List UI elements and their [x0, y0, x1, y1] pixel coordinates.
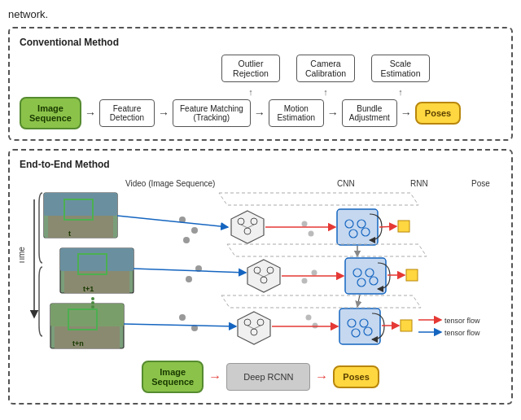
- legend-tensor-flow: tensor flow: [444, 317, 480, 325]
- poses-box-conv: Poses: [415, 102, 461, 125]
- e2e-bottom-flow: ImageSequence → Deep RCNN → Poses: [20, 361, 501, 393]
- feat-dot-2: [191, 227, 198, 234]
- plane-bot: [221, 295, 421, 308]
- cnn-label: CNN: [337, 179, 355, 188]
- rnn-vert-t1-tn: [357, 295, 360, 307]
- rnn-label: RNN: [410, 179, 428, 188]
- frame-t1-label: t+1: [83, 285, 94, 293]
- image-sequence-box: ImageSequence: [20, 97, 81, 129]
- dot1: [91, 297, 94, 300]
- arrow-to-scale: ↑: [371, 87, 430, 97]
- red-arrow-bottom1: →: [208, 370, 221, 384]
- cnn-t: [231, 211, 264, 243]
- arrow-to-outlier: ↑: [221, 87, 280, 97]
- intro-text: network.: [8, 8, 513, 20]
- pose-label: Pose: [471, 179, 490, 188]
- svg-marker-20: [247, 260, 280, 292]
- brace-top: [39, 193, 42, 263]
- feature-matching-box: Feature Matching(Tracking): [173, 99, 251, 127]
- cnn-tn: [238, 312, 270, 344]
- feature-detection-box: FeatureDetection: [99, 99, 155, 127]
- feat-dot-r4: [302, 278, 308, 284]
- feat-dot-r6: [313, 323, 318, 329]
- top-boxes-row: OutlierRejection CameraCalibration Scale…: [150, 55, 501, 82]
- arrow4: →: [327, 107, 339, 120]
- cnn-t1: [247, 260, 280, 292]
- e2e-diagram-svg: Video (Image Sequence) CNN RNN Pose Time: [20, 175, 516, 354]
- e2e-poses-box: Poses: [333, 365, 379, 388]
- blue-arrow-tn: [124, 324, 236, 326]
- scale-estimation-box: ScaleEstimation: [371, 55, 430, 82]
- feat-dot-5: [186, 276, 192, 282]
- e2e-method-box: End-to-End Method Video (Image Sequence)…: [8, 149, 513, 405]
- deep-rcnn-box: Deep RCNN: [226, 363, 310, 391]
- frame-tn-label: t+n: [72, 339, 84, 348]
- outlier-rejection-box: OutlierRejection: [221, 55, 280, 82]
- feat-dot-r2: [309, 231, 314, 237]
- red-arrow-bottom2: →: [315, 370, 328, 384]
- plane-mid: [227, 244, 427, 256]
- camera-calibration-box: CameraCalibration: [296, 55, 355, 82]
- frame-t-label: t: [68, 230, 71, 238]
- legend-tensor-flow-2: tensor flow: [444, 329, 480, 337]
- pose-t1: [406, 269, 418, 281]
- arrow5: →: [401, 107, 412, 120]
- plane-top: [219, 193, 418, 205]
- time-label: Time: [20, 247, 26, 265]
- e2e-image-sequence-box: ImageSequence: [142, 361, 204, 393]
- conventional-title: Conventional Method: [20, 37, 501, 48]
- feat-dot-3: [183, 237, 190, 243]
- conv-bottom-flow: ImageSequence → FeatureDetection → Featu…: [20, 97, 501, 129]
- video-label: Video (Image Sequence): [125, 179, 215, 188]
- blue-arrow-t: [117, 216, 228, 227]
- top-arrows-row: ↑ ↑ ↑: [150, 87, 501, 97]
- pose-tn: [401, 320, 412, 331]
- arrow1: →: [85, 107, 96, 120]
- svg-rect-8: [60, 248, 134, 271]
- feat-dot-r5: [306, 315, 312, 321]
- arrow-to-calibration: ↑: [296, 87, 355, 97]
- feat-dot-r3: [312, 270, 317, 276]
- arrow2: →: [158, 107, 169, 120]
- conventional-method-box: Conventional Method OutlierRejection Cam…: [8, 27, 513, 141]
- svg-marker-26: [238, 312, 270, 344]
- motion-estimation-box: MotionEstimation: [269, 99, 324, 127]
- svg-rect-11: [50, 304, 124, 326]
- svg-marker-14: [231, 211, 264, 243]
- e2e-title: End-to-End Method: [20, 159, 501, 170]
- blue-arrow-t1: [134, 269, 246, 273]
- dot3: [91, 305, 94, 308]
- feat-dot-6: [179, 314, 186, 321]
- bundle-adjustment-box: BundleAdjustment: [342, 99, 397, 127]
- arrow3: →: [254, 107, 265, 120]
- feat-dot-r1: [302, 221, 308, 227]
- svg-rect-5: [44, 193, 117, 216]
- brace-bottom: [39, 267, 42, 336]
- red-arrow-rnn-pose-t: [379, 226, 396, 227]
- pose-t: [398, 221, 409, 232]
- dot2: [91, 301, 94, 304]
